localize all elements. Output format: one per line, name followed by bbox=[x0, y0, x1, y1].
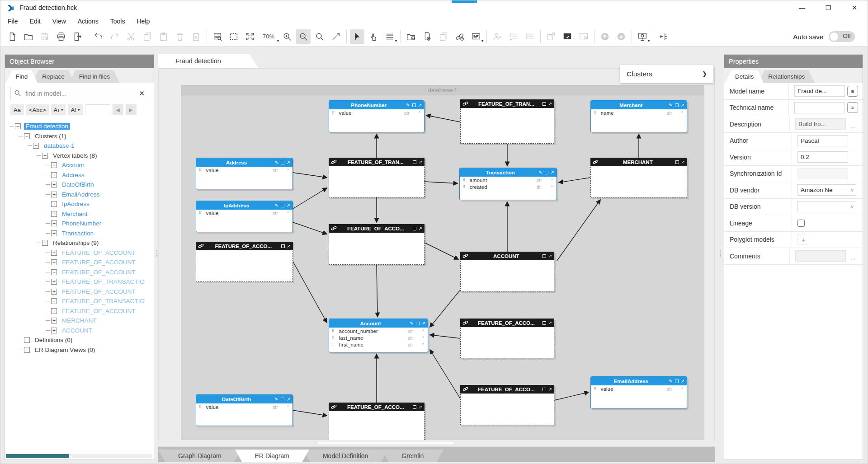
expand-diagonal-icon[interactable]: ↗ bbox=[419, 159, 422, 164]
entity-feature-of-acco[interactable]: FEATURE_OF_ACCO...↗ bbox=[460, 319, 554, 358]
edit-pencil-icon[interactable]: ✎ bbox=[274, 203, 278, 208]
view-tab-model-definition[interactable]: Model Definition bbox=[303, 450, 388, 462]
expand-diagonal-icon[interactable]: ↗ bbox=[418, 103, 422, 108]
tree-item-definitions-0[interactable]: −Definitions (0) bbox=[9, 335, 154, 345]
menu-edit[interactable]: Edit bbox=[30, 18, 41, 25]
comments-input[interactable] bbox=[795, 250, 846, 262]
tree-item-phonenumber[interactable]: +PhoneNumber bbox=[9, 219, 154, 229]
menu-view[interactable]: View bbox=[52, 18, 66, 25]
expand-diagonal-icon[interactable]: ↗ bbox=[287, 244, 291, 248]
lineage-checkbox[interactable] bbox=[797, 220, 805, 227]
entity-header[interactable]: EmailAddress✎↗ bbox=[591, 377, 687, 385]
drag-handle-icon[interactable]: ⠿ bbox=[462, 185, 465, 189]
expand-diagonal-icon[interactable]: ↗ bbox=[287, 397, 290, 402]
open-window-icon[interactable] bbox=[281, 204, 284, 207]
zoom-in-button[interactable] bbox=[280, 29, 294, 44]
tree-item-feature-of-account[interactable]: +FEATURE_OF_ACCOUNT bbox=[9, 248, 154, 258]
field-row-last-name[interactable]: ⠿last_namestr* bbox=[329, 334, 428, 341]
open-window-icon[interactable] bbox=[413, 405, 416, 409]
open-window-icon[interactable] bbox=[281, 161, 284, 164]
entity-header[interactable]: FEATURE_OF_ACCO...↗ bbox=[329, 403, 425, 411]
drag-handle-icon[interactable]: ⠿ bbox=[332, 111, 335, 115]
tree-item-emailaddress[interactable]: +EmailAddress bbox=[9, 190, 154, 200]
entity-feature-of-acco[interactable]: FEATURE_OF_ACCO...↗ bbox=[460, 385, 554, 425]
entity-feature-of-acco[interactable]: FEATURE_OF_ACCO...↗ bbox=[329, 224, 425, 265]
er-diagram-canvas[interactable]: database-1 PhoneNumber✎↗⠿valuestr*FEATUR… bbox=[158, 68, 715, 447]
close-button[interactable]: ✕ bbox=[841, 0, 868, 15]
field-row-value[interactable]: ⠿valuestr* bbox=[591, 385, 687, 392]
tree-item-merchant[interactable]: +Merchant bbox=[9, 209, 154, 219]
open-window-icon[interactable] bbox=[542, 102, 546, 106]
canvas-scrollbar-thumb[interactable] bbox=[316, 441, 454, 445]
expand-diagonal-icon[interactable]: ↗ bbox=[422, 321, 425, 326]
tree-item-account[interactable]: +Account bbox=[9, 160, 154, 170]
description-expand-button[interactable]: ... bbox=[848, 119, 858, 130]
search-option-al[interactable]: Al▾ bbox=[68, 104, 82, 115]
expand-node-icon[interactable]: + bbox=[51, 328, 57, 333]
auto-save-toggle[interactable]: Off bbox=[829, 31, 855, 42]
entity-phonenumber[interactable]: PhoneNumber✎↗⠿valuestr* bbox=[329, 100, 425, 132]
canvas-horizontal-scrollbar[interactable] bbox=[158, 440, 715, 446]
drag-handle-icon[interactable]: ⠿ bbox=[332, 342, 335, 347]
new-model-button[interactable] bbox=[5, 29, 19, 44]
entity-feature-of-acco[interactable]: FEATURE_OF_ACCO...↗ bbox=[329, 403, 425, 441]
entity-dateofbirth[interactable]: DateOfBirth✎↗⠿valuestr* bbox=[196, 394, 293, 426]
expand-node-icon[interactable]: + bbox=[51, 230, 57, 236]
expand-diagonal-icon[interactable]: ↗ bbox=[548, 253, 552, 258]
entity-header[interactable]: MERCHANT↗ bbox=[590, 158, 687, 166]
find-tab-find-in-files[interactable]: Find in files bbox=[69, 70, 120, 83]
menu-help[interactable]: Help bbox=[137, 18, 150, 25]
target-settings-button[interactable]: ▾ bbox=[635, 29, 650, 44]
open-window-icon[interactable] bbox=[545, 171, 548, 174]
expand-node-icon[interactable]: + bbox=[51, 192, 57, 197]
field-row-created[interactable]: ⠿createddt* bbox=[460, 183, 557, 190]
zoom-out-button[interactable] bbox=[296, 29, 311, 44]
entity-ipaddress[interactable]: IpAddress✎↗⠿valuestr* bbox=[196, 201, 293, 232]
entity-merchant[interactable]: Merchant✎↗⠿namestr* bbox=[590, 100, 687, 132]
field-row-value[interactable]: ⠿valuestr* bbox=[196, 403, 292, 410]
description-input[interactable] bbox=[795, 118, 846, 130]
expand-node-icon[interactable]: + bbox=[51, 298, 57, 304]
expand-diagonal-icon[interactable]: ↗ bbox=[681, 159, 685, 164]
technical-name-localization-button[interactable]: ≡ bbox=[847, 102, 858, 113]
tree-item-feature-of-account[interactable]: +FEATURE_OF_ACCOUNT bbox=[9, 287, 154, 297]
drag-handle-icon[interactable]: ⠿ bbox=[594, 111, 596, 115]
find-tab-find[interactable]: Find bbox=[6, 70, 38, 83]
tree-item-account[interactable]: +ACCOUNT bbox=[9, 326, 154, 336]
tree-item-feature-of-account[interactable]: +FEATURE_OF_ACCOUNT bbox=[9, 267, 154, 277]
field-row-value[interactable]: ⠿valuestr* bbox=[196, 167, 292, 173]
add-entity-button[interactable] bbox=[420, 29, 434, 44]
expand-node-icon[interactable]: + bbox=[51, 172, 57, 178]
model-name-input[interactable] bbox=[794, 85, 845, 97]
entity-header[interactable]: FEATURE_OF_ACCO...↗ bbox=[196, 242, 293, 250]
entity-header[interactable]: DateOfBirth✎↗ bbox=[196, 395, 292, 403]
expand-node-icon[interactable]: + bbox=[51, 269, 57, 275]
tree-item-feature-of-transactio[interactable]: +FEATURE_OF_TRANSACTIO bbox=[9, 277, 154, 287]
tree-item-fraud-detection[interactable]: −Fraud detection bbox=[9, 122, 154, 131]
tree-item-address[interactable]: +Address bbox=[9, 170, 154, 180]
expand-diagonal-icon[interactable]: ↗ bbox=[548, 387, 552, 392]
technical-name-input[interactable] bbox=[794, 102, 845, 113]
search-option-a[interactable]: Aı▾ bbox=[51, 104, 66, 115]
field-row-value[interactable]: ⠿valuestr* bbox=[196, 210, 292, 216]
model-name-localization-button[interactable]: ≡ bbox=[847, 86, 858, 97]
field-row-first-name[interactable]: ⠿first_namestr* bbox=[329, 341, 428, 348]
entity-feature-of-tran[interactable]: FEATURE_OF_TRAN...↗ bbox=[329, 158, 425, 197]
tree-item-relationships-9[interactable]: −Relationships (9) bbox=[9, 238, 154, 248]
search-extra-input[interactable] bbox=[85, 104, 110, 115]
expand-node-icon[interactable]: + bbox=[51, 250, 57, 256]
edit-pencil-icon[interactable]: ✎ bbox=[410, 321, 413, 326]
fit-to-window-button[interactable] bbox=[243, 29, 257, 44]
edit-pencil-icon[interactable]: ✎ bbox=[669, 379, 672, 384]
select-pointer-button[interactable] bbox=[350, 29, 364, 44]
properties-tab-details[interactable]: Details bbox=[725, 70, 764, 83]
entity-header[interactable]: FEATURE_OF_ACCO...↗ bbox=[329, 224, 425, 233]
export-model-button[interactable] bbox=[70, 29, 85, 44]
collapse-node-icon[interactable]: − bbox=[15, 123, 21, 129]
tree-item-feature-of-account[interactable]: +FEATURE_OF_ACCOUNT bbox=[9, 306, 154, 316]
entity-header[interactable]: Address✎↗ bbox=[196, 158, 292, 167]
tree-item-feature-of-account[interactable]: +FEATURE_OF_ACCOUNT bbox=[9, 258, 154, 267]
drag-handle-icon[interactable]: ⠿ bbox=[594, 387, 596, 391]
field-row-amount[interactable]: ⠿amountstr* bbox=[460, 177, 557, 183]
tree-item-dateofbirth[interactable]: +DateOfBirth bbox=[9, 180, 154, 190]
